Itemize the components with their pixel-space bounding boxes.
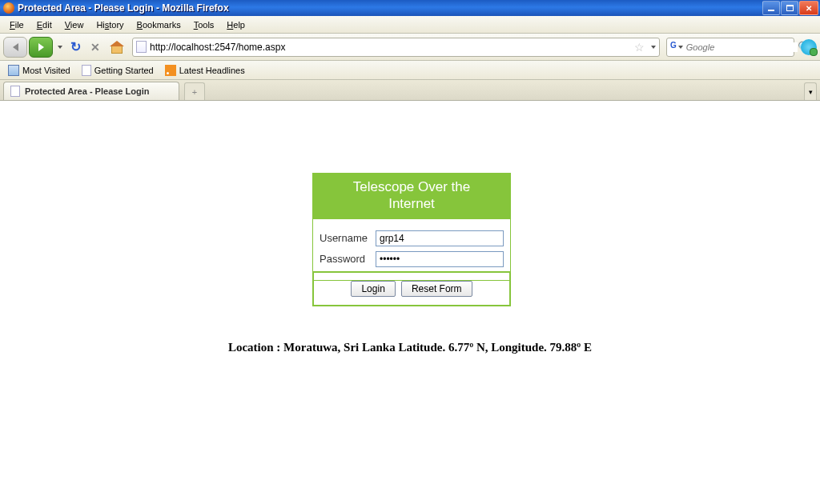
- maximize-button[interactable]: [781, 1, 798, 15]
- login-buttons-panel: Login Reset Form: [312, 271, 511, 306]
- bookmark-latest-headlines[interactable]: Latest Headlines: [160, 65, 250, 76]
- tab-list-dropdown[interactable]: ▾: [804, 82, 817, 100]
- page-icon: [82, 65, 91, 76]
- arrow-left-icon: [13, 43, 18, 51]
- reset-form-button[interactable]: Reset Form: [401, 281, 472, 297]
- location-footer: Location : Moratuwa, Sri Lanka Latitude.…: [0, 341, 820, 354]
- folder-icon: [8, 65, 19, 76]
- page-icon: [10, 86, 20, 97]
- url-dropdown-icon[interactable]: [651, 46, 656, 49]
- reload-button[interactable]: ↻: [70, 39, 81, 54]
- close-button[interactable]: ✕: [799, 1, 818, 15]
- menu-edit[interactable]: Edit: [30, 20, 58, 30]
- window-title: Protected Area - Please Login - Mozilla …: [18, 2, 229, 14]
- tab-title: Protected Area - Please Login: [25, 86, 149, 96]
- login-title-line2: Internet: [388, 196, 435, 211]
- bookmark-star-icon[interactable]: ☆: [634, 41, 645, 54]
- back-button[interactable]: [3, 37, 27, 58]
- menu-file[interactable]: File: [3, 20, 30, 30]
- menu-tools[interactable]: Tools: [187, 20, 221, 30]
- skype-icon[interactable]: [801, 39, 817, 55]
- login-header: Telescope Over the Internet: [313, 174, 510, 219]
- url-input[interactable]: [150, 39, 631, 55]
- menu-history[interactable]: History: [90, 20, 130, 30]
- rss-icon: [165, 65, 176, 76]
- stop-button[interactable]: ✕: [90, 41, 100, 54]
- window-controls: ✕: [762, 1, 818, 15]
- bookmark-label: Latest Headlines: [179, 66, 245, 75]
- navigation-toolbar: ↻ ✕ ☆ 🔍: [0, 34, 820, 61]
- window-titlebar: Protected Area - Please Login - Mozilla …: [0, 0, 820, 16]
- login-title-line1: Telescope Over the: [353, 179, 470, 194]
- password-input[interactable]: [376, 251, 504, 267]
- menu-bookmarks[interactable]: Bookmarks: [131, 20, 187, 30]
- bookmark-label: Most Visited: [22, 66, 70, 75]
- firefox-icon: [3, 2, 14, 14]
- menu-bar: File Edit View History Bookmarks Tools H…: [0, 16, 820, 34]
- login-button[interactable]: Login: [351, 281, 395, 297]
- search-input[interactable]: [686, 42, 798, 52]
- history-dropdown-icon[interactable]: [58, 46, 62, 49]
- page-content: Telescope Over the Internet Username Pas…: [0, 101, 820, 504]
- username-label: Username: [320, 232, 376, 244]
- menu-view[interactable]: View: [58, 20, 90, 30]
- bookmarks-toolbar: Most Visited Getting Started Latest Head…: [0, 61, 820, 80]
- arrow-right-icon: [38, 43, 44, 51]
- login-panel: Telescope Over the Internet Username Pas…: [312, 173, 511, 281]
- tab-active[interactable]: Protected Area - Please Login: [3, 82, 179, 100]
- password-label: Password: [320, 253, 376, 265]
- tab-bar: Protected Area - Please Login + ▾: [0, 80, 820, 101]
- page-icon: [136, 41, 147, 53]
- search-box[interactable]: 🔍: [666, 38, 794, 57]
- bookmark-most-visited[interactable]: Most Visited: [3, 65, 75, 76]
- bookmark-getting-started[interactable]: Getting Started: [77, 65, 159, 76]
- bookmark-label: Getting Started: [94, 66, 154, 75]
- username-input[interactable]: [376, 230, 504, 246]
- url-bar[interactable]: ☆: [132, 38, 660, 57]
- home-button[interactable]: [110, 41, 124, 54]
- google-icon: [670, 41, 677, 53]
- new-tab-button[interactable]: +: [184, 82, 205, 100]
- minimize-button[interactable]: [762, 1, 780, 15]
- menu-help[interactable]: Help: [220, 20, 251, 30]
- search-engine-dropdown-icon[interactable]: [678, 46, 683, 49]
- forward-button[interactable]: [29, 37, 53, 58]
